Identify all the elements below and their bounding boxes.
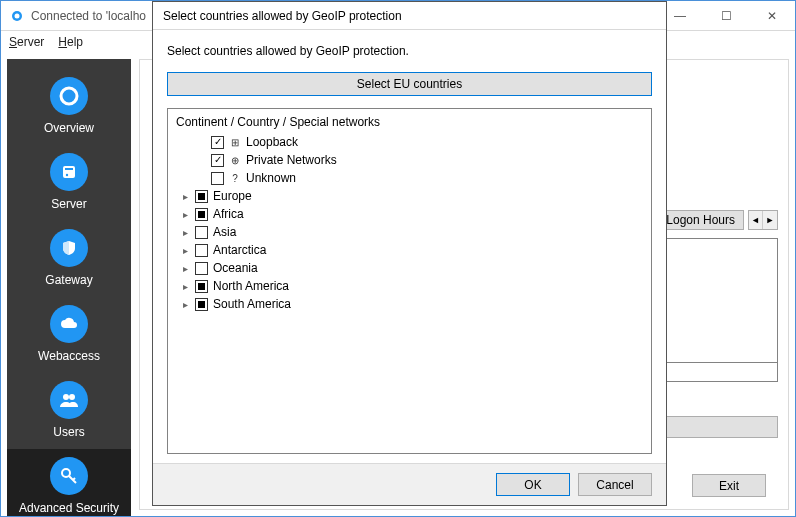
cloud-icon — [50, 305, 88, 343]
network-icon: ⊕ — [229, 154, 241, 166]
checkbox-icon[interactable] — [195, 244, 208, 257]
svg-rect-4 — [65, 168, 73, 170]
tree-node-europe[interactable]: ▸Europe — [180, 187, 645, 205]
tree-node-private-networks[interactable]: ▸⊕Private Networks — [196, 151, 645, 169]
background-panel-1 — [658, 238, 778, 372]
svg-point-5 — [66, 174, 68, 176]
dialog-footer: OK Cancel — [153, 463, 666, 505]
checkbox-icon[interactable] — [195, 280, 208, 293]
sidebar-item-users[interactable]: Users — [7, 373, 131, 449]
background-button-bar — [658, 416, 778, 438]
maximize-button[interactable]: ☐ — [703, 1, 749, 30]
tree-header: Continent / Country / Special networks — [176, 115, 645, 129]
geoip-dialog: Select countries allowed by GeoIP protec… — [152, 1, 667, 506]
exit-button[interactable]: Exit — [692, 474, 766, 497]
expander-icon[interactable]: ▸ — [180, 263, 190, 274]
sidebar-item-overview[interactable]: Overview — [7, 69, 131, 145]
tree-node-label: North America — [213, 279, 289, 293]
svg-point-8 — [62, 469, 70, 477]
shield-icon — [50, 229, 88, 267]
tree-node-label: Private Networks — [246, 153, 337, 167]
checkbox-icon[interactable] — [211, 154, 224, 167]
key-icon — [50, 457, 88, 495]
tree-node-unknown[interactable]: ▸?Unknown — [196, 169, 645, 187]
tree-node-oceania[interactable]: ▸Oceania — [180, 259, 645, 277]
tree-node-label: Oceania — [213, 261, 258, 275]
server-icon — [50, 153, 88, 191]
sidebar-item-label: Users — [7, 425, 131, 439]
checkbox-icon[interactable] — [211, 172, 224, 185]
dialog-body: Select countries allowed by GeoIP protec… — [153, 30, 666, 463]
expander-icon[interactable]: ▸ — [180, 209, 190, 220]
sidebar-item-label: Webaccess — [7, 349, 131, 363]
sidebar-item-label: Advanced Security — [7, 501, 131, 515]
sidebar-item-gateway[interactable]: Gateway — [7, 221, 131, 297]
background-textbox — [658, 362, 778, 382]
tab-scroll-arrows: ◄ ► — [748, 210, 778, 230]
sidebar-item-server[interactable]: Server — [7, 145, 131, 221]
expander-icon[interactable]: ▸ — [180, 191, 190, 202]
svg-point-7 — [69, 394, 75, 400]
sidebar-item-label: Overview — [7, 121, 131, 135]
tree-node-label: Loopback — [246, 135, 298, 149]
checkbox-icon[interactable] — [195, 226, 208, 239]
donut-icon — [50, 77, 88, 115]
tree-rows: ▸⊞Loopback▸⊕Private Networks▸?Unknown▸Eu… — [174, 133, 645, 313]
sidebar-item-label: Gateway — [7, 273, 131, 287]
tree-node-africa[interactable]: ▸Africa — [180, 205, 645, 223]
ok-button[interactable]: OK — [496, 473, 570, 496]
sidebar-item-webaccess[interactable]: Webaccess — [7, 297, 131, 373]
expander-icon[interactable]: ▸ — [180, 299, 190, 310]
dialog-title: Select countries allowed by GeoIP protec… — [153, 2, 666, 30]
select-eu-countries-button[interactable]: Select EU countries — [167, 72, 652, 96]
network-icon: ⊞ — [229, 136, 241, 148]
expander-icon[interactable]: ▸ — [180, 245, 190, 256]
main-window: Connected to 'localho — ☐ ✕ Server Help … — [0, 0, 796, 517]
tree-node-south-america[interactable]: ▸South America — [180, 295, 645, 313]
tree-node-asia[interactable]: ▸Asia — [180, 223, 645, 241]
tree-node-label: Europe — [213, 189, 252, 203]
tree-node-label: Asia — [213, 225, 236, 239]
tab-logon-hours[interactable]: Logon Hours — [657, 210, 744, 230]
checkbox-icon[interactable] — [195, 262, 208, 275]
tab-scroll-right-icon[interactable]: ► — [763, 211, 777, 229]
app-icon — [9, 8, 25, 24]
tree-node-label: Unknown — [246, 171, 296, 185]
tree-node-label: Antarctica — [213, 243, 266, 257]
sidebar-item-advanced-security[interactable]: Advanced Security — [7, 449, 131, 517]
svg-point-2 — [61, 88, 77, 104]
tree-node-loopback[interactable]: ▸⊞Loopback — [196, 133, 645, 151]
dialog-instruction: Select countries allowed by GeoIP protec… — [167, 44, 652, 58]
tree-node-label: Africa — [213, 207, 244, 221]
network-icon: ? — [229, 172, 241, 184]
tree-node-north-america[interactable]: ▸North America — [180, 277, 645, 295]
checkbox-icon[interactable] — [195, 298, 208, 311]
svg-point-6 — [63, 394, 69, 400]
tree-node-label: South America — [213, 297, 291, 311]
tab-strip-right: Logon Hours ◄ ► — [657, 210, 778, 230]
expander-icon[interactable]: ▸ — [180, 281, 190, 292]
window-controls: — ☐ ✕ — [657, 1, 795, 30]
checkbox-icon[interactable] — [211, 136, 224, 149]
sidebar: OverviewServerGatewayWebaccessUsersAdvan… — [7, 59, 131, 510]
tab-scroll-left-icon[interactable]: ◄ — [749, 211, 763, 229]
country-tree[interactable]: Continent / Country / Special networks ▸… — [167, 108, 652, 454]
svg-rect-3 — [63, 166, 75, 178]
expander-icon[interactable]: ▸ — [180, 227, 190, 238]
menu-help[interactable]: Help — [58, 35, 83, 49]
svg-point-1 — [15, 13, 20, 18]
checkbox-icon[interactable] — [195, 190, 208, 203]
checkbox-icon[interactable] — [195, 208, 208, 221]
cancel-button[interactable]: Cancel — [578, 473, 652, 496]
sidebar-item-label: Server — [7, 197, 131, 211]
users-icon — [50, 381, 88, 419]
menu-server[interactable]: Server — [9, 35, 44, 49]
tree-node-antarctica[interactable]: ▸Antarctica — [180, 241, 645, 259]
close-button[interactable]: ✕ — [749, 1, 795, 30]
